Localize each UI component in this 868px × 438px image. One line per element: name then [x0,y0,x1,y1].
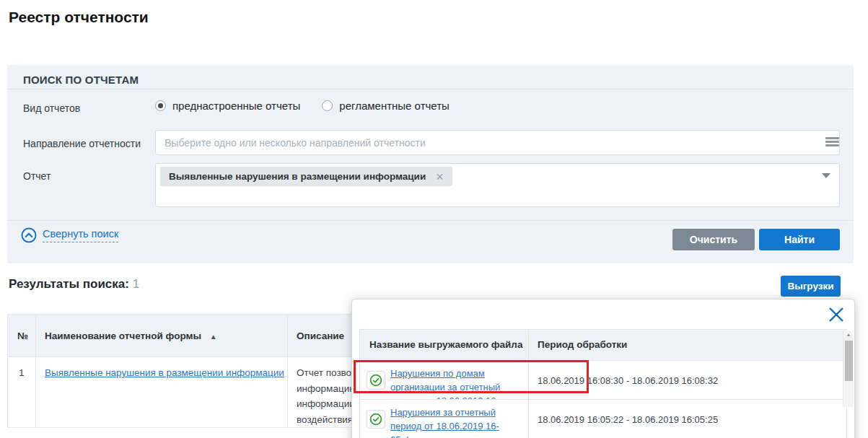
chevron-up-circle-icon [21,227,37,243]
collapse-search-label: Свернуть поиск [43,228,118,242]
column-number: № [17,330,28,341]
download-row: Нарушения по домам организации за отчетн… [360,360,846,399]
downloads-popup: Название выгружаемого файла Период обраб… [351,299,855,438]
radio-unselected-icon[interactable] [322,100,333,111]
report-multiselect[interactable]: Выявленные нарушения в размещении информ… [155,163,840,207]
hamburger-icon[interactable] [825,137,839,147]
file-status-button[interactable] [367,371,385,390]
close-icon[interactable] [826,305,846,325]
report-label: Отчет [23,170,51,182]
radio-label: регламентные отчеты [339,100,450,112]
processing-period: 18.06.2019 16:08:30 - 18.06.2019 16:08:3… [538,375,718,386]
results-count: 1 [133,277,139,291]
report-type-radio-group: преднастроенные отчеты регламентные отче… [155,100,450,112]
column-description: Описание [297,330,344,341]
radio-label: преднастроенные отчеты [172,100,300,112]
collapse-search-link[interactable]: Свернуть поиск [21,227,118,243]
column-processing-period: Период обработки [538,339,627,350]
report-form-link[interactable]: Выявленные нарушения в размещении информ… [45,367,284,378]
scroll-up-icon[interactable]: ▲ [843,332,854,337]
radio-selected-icon[interactable] [155,100,166,111]
tag-remove-icon[interactable]: × [436,170,444,183]
divider [7,220,854,221]
sort-asc-icon[interactable]: ▲ [210,333,217,341]
reporting-registry-page: Реестр отчетности ПОИСК ПО ОТЧЕТАМ Вид о… [0,0,868,438]
file-status-button[interactable] [367,410,385,429]
report-type-label: Вид отчетов [23,102,80,114]
direction-input[interactable] [155,130,840,155]
column-file-name: Название выгружаемого файла [369,339,522,350]
download-row: Нарушения за отчетный период от 18.06.20… [360,399,846,438]
direction-label: Направление отчетности [23,138,141,149]
check-circle-icon [369,413,382,426]
tag-label: Выявленные нарушения в размещении информ… [169,171,426,182]
page-title: Реестр отчетности [9,9,149,26]
selected-report-tag: Выявленные нарушения в размещении информ… [160,167,452,186]
divider [7,89,854,89]
find-button[interactable]: Найти [759,229,840,250]
downloads-button[interactable]: Выгрузки [781,276,841,297]
search-panel-title: ПОИСК ПО ОТЧЕТАМ [23,74,139,86]
check-circle-icon [369,374,382,387]
radio-option-regulated-reports[interactable]: регламентные отчеты [322,100,450,112]
results-heading-label: Результаты поиска: [9,277,129,291]
search-panel: ПОИСК ПО ОТЧЕТАМ Вид отчетов преднастрое… [7,65,854,263]
row-number: 1 [19,367,25,378]
popup-scrollbar[interactable]: ▲ [843,330,854,407]
results-heading: Результаты поиска: 1 [9,277,139,292]
scrollbar-thumb[interactable] [845,341,853,381]
radio-option-preset-reports[interactable]: преднастроенные отчеты [155,100,300,112]
clear-button[interactable]: Очистить [672,229,755,250]
processing-period: 18.06.2019 16:05:22 - 18.06.2019 16:05:2… [538,414,718,425]
chevron-down-icon[interactable] [822,173,830,178]
download-file-link[interactable]: Нарушения за отчетный период от 18.06.20… [390,406,525,438]
downloads-table-header: Название выгружаемого файла Период обраб… [360,330,846,360]
column-name[interactable]: Наименование отчетной формы ▲ [45,330,217,341]
downloads-table: Название выгружаемого файла Период обраб… [359,329,847,438]
